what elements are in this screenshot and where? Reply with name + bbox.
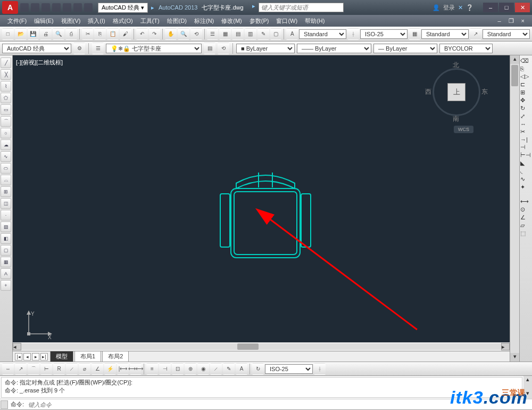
tolerance-icon[interactable]: ⊡	[172, 363, 184, 375]
open-icon[interactable]: 📂	[15, 28, 27, 40]
copy2-icon[interactable]: ⎘	[520, 65, 531, 72]
inspect-icon[interactable]: ◉	[197, 363, 209, 375]
gradient-icon[interactable]: ◧	[1, 233, 11, 244]
rectangle-icon[interactable]: ▭	[1, 104, 11, 115]
cmd-handle-icon[interactable]	[1, 400, 8, 409]
command-history[interactable]: 命令: 指定对角点或 [栏选(F)/圈围(WP)/圈交(CP)]: 命令: _.…	[1, 377, 522, 398]
volume-icon[interactable]: ⬚	[520, 230, 531, 237]
drawing-canvas[interactable]: [-][俯视][二维线框] 上 北 南 西 东 WCS	[13, 55, 510, 351]
menu-parameter[interactable]: 参数(P)	[246, 16, 272, 26]
circle-icon[interactable]: ○	[1, 128, 11, 138]
dim-arc-icon[interactable]: ⌒	[28, 363, 39, 375]
menu-insert[interactable]: 插入(I)	[85, 16, 108, 26]
menu-dimension[interactable]: 标注(N)	[191, 16, 217, 26]
dim-linear-icon[interactable]: ↔	[2, 363, 14, 375]
maximize-button[interactable]: □	[499, 3, 514, 12]
pline-icon[interactable]: ⌇	[1, 81, 11, 92]
menu-file[interactable]: 文件(F)	[4, 16, 30, 26]
menu-tools[interactable]: 工具(T)	[137, 16, 163, 26]
doc-minimize-button[interactable]: –	[494, 17, 504, 25]
matchprop-icon[interactable]: 🖌	[120, 28, 131, 40]
tablestyle-icon[interactable]: ▦	[409, 28, 420, 40]
point-icon[interactable]: ·	[1, 210, 11, 220]
tab-nav-last-icon[interactable]: ▸|	[40, 353, 48, 360]
redo-icon[interactable]: ↷	[149, 28, 161, 40]
polygon-icon[interactable]: ⬠	[1, 93, 11, 103]
qat-save-icon[interactable]	[41, 3, 50, 12]
vscroll[interactable]: ▴ ▾	[510, 55, 519, 362]
vscroll-thumb[interactable]	[511, 65, 518, 86]
dim-radius-icon[interactable]: R	[53, 363, 65, 375]
menu-edit[interactable]: 编辑(E)	[31, 16, 57, 26]
cut-icon[interactable]: ✂	[82, 28, 94, 40]
vscroll-down-button[interactable]: ▾	[510, 353, 519, 362]
ws-settings-icon[interactable]: ⚙	[73, 43, 85, 54]
tab-nav-first-icon[interactable]: |◂	[15, 353, 22, 360]
close-button[interactable]: ✕	[515, 3, 530, 12]
qat-undo-icon[interactable]	[73, 3, 82, 12]
qat-saveas-icon[interactable]	[52, 3, 61, 12]
tab-nav-next-icon[interactable]: ▸	[32, 353, 39, 360]
preview-icon[interactable]: 🔍	[53, 28, 64, 40]
layer-prev-icon[interactable]: ⟲	[218, 43, 229, 54]
doc-restore-button[interactable]: ❐	[505, 17, 517, 26]
array-icon[interactable]: ⊞	[520, 89, 531, 96]
hscroll-track[interactable]	[21, 343, 501, 350]
viewcube-east[interactable]: 东	[481, 87, 488, 96]
color-combo[interactable]: ■ ByLayer	[236, 44, 295, 53]
radius-meas-icon[interactable]: ⊙	[520, 206, 531, 213]
calc-icon[interactable]: ▢	[270, 28, 282, 40]
save-icon[interactable]: 💾	[28, 28, 39, 40]
hscroll-right-button[interactable]: ▸	[501, 343, 510, 350]
dim-diameter-icon[interactable]: ⌀	[79, 363, 90, 375]
distance-icon[interactable]: ⟷	[520, 198, 531, 205]
tab-arrow-icon[interactable]: ▸	[151, 4, 154, 11]
publish-icon[interactable]: ⎙	[65, 28, 77, 40]
lineweight-combo[interactable]: — ByLayer	[373, 44, 437, 53]
trim-icon[interactable]: ✂	[520, 128, 531, 135]
login-button[interactable]: 登录	[443, 4, 455, 12]
dimstyle-mgr-icon[interactable]: ⟊	[314, 363, 326, 375]
blend-icon[interactable]: ∿	[520, 176, 531, 183]
viewcube[interactable]: 上 北 南 西 东	[427, 63, 486, 121]
stretch-icon[interactable]: ↔	[520, 121, 531, 127]
markup-icon[interactable]: ✎	[257, 28, 269, 40]
layer-combo[interactable]: 💡❄🔒 七字型卡座	[106, 44, 202, 53]
dim-break-icon[interactable]: ⊣	[159, 363, 171, 375]
scale-icon[interactable]: ⤢	[520, 113, 531, 120]
workspace-combo[interactable]: AutoCAD 经典	[2, 44, 71, 53]
arc-icon[interactable]: ⌒	[1, 116, 11, 127]
tab-nav-prev-icon[interactable]: ◂	[23, 353, 31, 360]
tab-layout2[interactable]: 布局2	[102, 351, 129, 362]
hscroll-left-button[interactable]: ◂	[13, 343, 21, 350]
tab-model[interactable]: 模型	[50, 351, 73, 362]
menu-view[interactable]: 视图(V)	[58, 16, 84, 26]
addselected-icon[interactable]: +	[1, 280, 11, 291]
insert-icon[interactable]: ⊞	[1, 186, 11, 197]
viewcube-south[interactable]: 南	[453, 114, 459, 124]
offset-icon[interactable]: ⊏	[520, 81, 531, 88]
mirror-icon[interactable]: ◁▷	[520, 73, 531, 80]
qat-open-icon[interactable]	[31, 3, 39, 12]
menu-help[interactable]: 帮助(H)	[302, 16, 328, 26]
chamfer-icon[interactable]: ◣	[520, 160, 531, 167]
viewcube-west[interactable]: 西	[425, 87, 431, 96]
workspace-selector[interactable]: AutoCAD 经典 ▾	[98, 3, 148, 13]
region-icon[interactable]: ▢	[1, 245, 11, 256]
dimstyle-icon[interactable]: ⟊	[347, 28, 359, 40]
mleaderstyle-icon[interactable]: ↗	[470, 28, 481, 40]
centermark-icon[interactable]: ⊕	[185, 363, 196, 375]
dimedit-icon[interactable]: ✎	[223, 363, 235, 375]
linetype-combo[interactable]: —— ByLayer	[297, 44, 371, 53]
properties-icon[interactable]: ☰	[207, 28, 219, 40]
break-icon[interactable]: ⊣	[520, 144, 531, 151]
hatch-icon[interactable]: ▨	[1, 222, 11, 232]
exchange-icon[interactable]: ✕	[458, 4, 463, 11]
paste-icon[interactable]: 📋	[107, 28, 119, 40]
viewcube-north[interactable]: 北	[453, 61, 459, 70]
zoomprev-icon[interactable]: ⟲	[190, 28, 202, 40]
text-style-combo[interactable]: Standard	[299, 29, 346, 39]
erase-icon[interactable]: ⌫	[520, 58, 531, 64]
new-icon[interactable]: □	[2, 28, 14, 40]
textstyle-icon[interactable]: A	[286, 28, 298, 40]
